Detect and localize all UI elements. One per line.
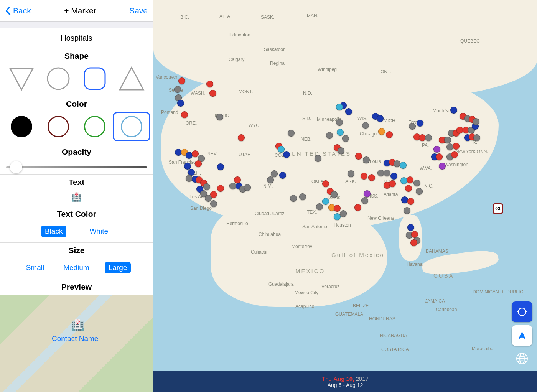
map-marker[interactable] [394,160,400,167]
map-marker[interactable] [283,151,290,158]
map-marker[interactable] [433,146,440,153]
map-marker[interactable] [436,153,443,160]
map-marker[interactable] [405,185,412,192]
map-marker[interactable] [203,183,210,190]
map-marker[interactable] [439,163,446,170]
map-marker[interactable] [473,118,479,125]
map-marker[interactable] [322,180,329,187]
color-lightblue[interactable] [114,113,149,140]
map-marker[interactable] [210,191,217,198]
map-marker[interactable] [363,156,370,163]
map-marker[interactable] [407,198,414,205]
map-marker[interactable] [417,120,423,127]
map-marker[interactable] [413,180,420,186]
map-marker[interactable] [404,207,410,214]
map-marker[interactable] [290,195,297,202]
map-marker[interactable] [450,107,457,114]
map-marker[interactable] [362,122,369,129]
map-marker[interactable] [210,200,217,207]
map-marker[interactable] [410,239,417,246]
map-marker[interactable] [206,81,213,87]
map-marker[interactable] [184,163,191,170]
map-marker[interactable] [279,172,286,179]
map-marker[interactable] [216,114,223,120]
size-small[interactable]: Small [22,262,48,273]
map-marker[interactable] [386,131,393,138]
map-view[interactable]: B.C.ALTA.SASK.MAN.ONT.QUEBECEdmontonCalg… [153,0,537,392]
map-marker[interactable] [278,146,285,153]
locate-button[interactable] [512,301,532,322]
map-marker[interactable] [192,150,199,157]
map-marker[interactable] [378,128,385,135]
color-black[interactable] [4,113,39,140]
map-marker[interactable] [401,196,408,203]
map-marker[interactable] [416,188,423,195]
map-marker[interactable] [451,151,458,158]
map-marker[interactable] [340,210,347,217]
map-marker[interactable] [337,129,344,136]
map-marker[interactable] [338,147,344,154]
map-marker[interactable] [361,173,367,180]
map-marker[interactable] [334,205,341,212]
shape-triangle[interactable] [114,65,149,92]
map-marker[interactable] [354,204,361,211]
map-marker[interactable] [345,108,352,115]
shape-inverted-triangle[interactable] [4,65,39,92]
navigate-button[interactable] [512,325,532,346]
map-marker[interactable] [209,90,216,97]
map-marker[interactable] [361,197,368,204]
map-marker[interactable] [377,115,384,122]
map-marker[interactable] [407,176,413,183]
slider-knob[interactable] [10,161,22,173]
map-marker[interactable] [267,176,274,183]
map-marker[interactable] [181,111,188,118]
map-marker[interactable] [315,155,321,162]
map-marker[interactable] [244,184,251,191]
map-marker[interactable] [178,77,185,84]
map-marker[interactable] [288,130,295,137]
map-marker[interactable] [336,119,343,126]
shape-circle[interactable] [41,65,76,92]
map-marker[interactable] [446,143,453,150]
map-marker[interactable] [238,134,245,141]
map-marker[interactable] [355,153,362,160]
map-marker[interactable] [234,176,241,183]
map-marker[interactable] [400,162,407,169]
text-field[interactable]: 🏥 [0,190,153,206]
map-marker[interactable] [217,163,224,170]
slider-track[interactable] [6,166,147,168]
map-marker[interactable] [389,180,396,187]
color-green[interactable] [77,113,112,140]
map-marker[interactable] [342,135,349,142]
map-marker[interactable] [384,170,390,176]
map-marker[interactable] [473,134,480,141]
map-marker[interactable] [177,100,184,107]
map-marker[interactable] [364,190,371,197]
color-darkred[interactable] [41,113,76,140]
count-badge[interactable]: 03 [493,203,503,214]
map-marker[interactable] [407,224,414,231]
size-medium[interactable]: Medium [59,262,93,273]
globe-button[interactable] [512,348,532,369]
map-marker[interactable] [331,191,338,198]
date-footer[interactable]: Thu Aug 10, 2017 Aug 6 - Aug 12 [153,371,537,392]
size-large[interactable]: Large [105,262,131,273]
map-marker[interactable] [299,193,306,200]
map-marker[interactable] [444,137,451,143]
save-button[interactable]: Save [129,6,148,15]
map-marker[interactable] [316,203,323,210]
map-marker[interactable] [326,132,333,139]
opacity-slider[interactable] [0,160,153,175]
map-marker[interactable] [217,185,224,192]
map-marker[interactable] [425,134,432,141]
map-marker[interactable] [390,173,397,180]
map-marker[interactable] [368,174,375,181]
map-marker[interactable] [348,170,354,177]
map-marker[interactable] [336,104,343,110]
marker-name-field[interactable]: Hospitals [0,28,153,48]
map-marker[interactable] [409,123,416,130]
map-marker[interactable] [174,86,181,93]
text-color-black[interactable]: Black [41,226,66,237]
back-button[interactable]: Back [5,6,31,15]
map-marker[interactable] [195,160,202,167]
